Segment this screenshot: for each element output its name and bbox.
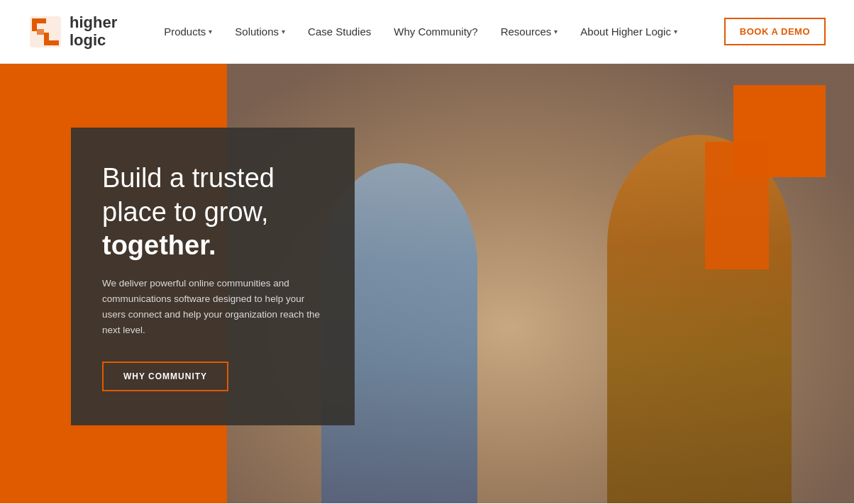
hero-card: Build a trusted place to grow, together.… [71,128,355,425]
book-demo-button[interactable]: BOOK A DEMO [724,18,826,45]
nav-about[interactable]: About Higher Logic ▾ [580,26,677,38]
nav-case-studies[interactable]: Case Studies [308,26,371,38]
hero-headline: Build a trusted place to grow, together. [102,162,323,263]
chevron-down-icon: ▾ [209,28,212,35]
main-nav: Products ▾ Solutions ▾ Case Studies Why … [164,26,677,38]
nav-resources[interactable]: Resources ▾ [501,26,558,38]
svg-rect-4 [44,40,59,45]
decorative-square-tall [705,142,769,269]
why-community-button[interactable]: WHY COMMUNITY [102,362,228,391]
nav-products[interactable]: Products ▾ [164,26,212,38]
svg-rect-2 [32,18,46,23]
hero-description: We deliver powerful online communities a… [102,276,323,339]
hero-section: Build a trusted place to grow, together.… [0,64,854,503]
site-header: higher logic Products ▾ Solutions ▾ Case… [0,0,854,64]
nav-why-community[interactable]: Why Community? [394,26,477,38]
site-logo[interactable]: higher logic [28,14,117,48]
chevron-down-icon: ▾ [282,28,285,35]
chevron-down-icon: ▾ [554,28,558,35]
svg-rect-5 [37,29,44,35]
chevron-down-icon: ▾ [674,28,677,35]
logo-text: higher logic [70,14,117,48]
nav-solutions[interactable]: Solutions ▾ [235,26,285,38]
logo-icon [28,15,62,49]
